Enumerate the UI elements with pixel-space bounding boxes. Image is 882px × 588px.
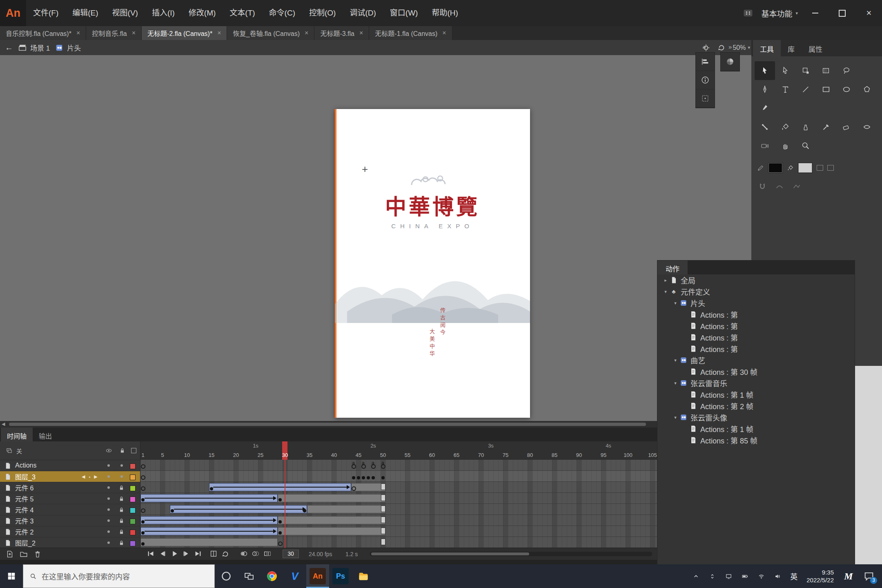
keyframe-dot[interactable]: [278, 531, 282, 535]
info-panel-button[interactable]: [696, 71, 715, 89]
subselection-tool-button[interactable]: [775, 61, 795, 80]
selection-tool-button[interactable]: [755, 61, 775, 80]
span-end-marker[interactable]: [381, 494, 385, 501]
line-tool-button[interactable]: [795, 80, 816, 99]
actions-panel-tab[interactable]: 动作: [657, 261, 688, 274]
center-frame-icon[interactable]: [209, 549, 218, 558]
frame-span[interactable]: [140, 538, 278, 546]
layer-outline-color[interactable]: [130, 474, 136, 480]
paint-bucket-tool-button[interactable]: [775, 118, 795, 136]
expanded-arrow-icon[interactable]: ▾: [671, 415, 679, 420]
timeline-frames-row[interactable]: [140, 504, 657, 515]
tab-close-icon[interactable]: ×: [76, 29, 80, 37]
layer-outline-color[interactable]: [130, 541, 136, 546]
lock-all-icon[interactable]: [119, 447, 126, 454]
cortana-button[interactable]: [215, 564, 238, 588]
smooth-icon[interactable]: [775, 182, 784, 191]
timeline-tab-时间轴[interactable]: 时间轴: [1, 428, 33, 441]
menubar-item[interactable]: 帮助(H): [425, 0, 465, 26]
layer-row[interactable]: 元件 5: [0, 493, 140, 504]
color-panel-button[interactable]: [721, 53, 739, 71]
span-end-marker[interactable]: [381, 483, 385, 490]
tray-expand-button[interactable]: [689, 564, 703, 588]
width-tool-button[interactable]: [857, 118, 877, 136]
layer-outline-color[interactable]: [130, 519, 136, 524]
tray-display[interactable]: [722, 564, 735, 588]
taskbar-app-chrome[interactable]: [261, 564, 283, 588]
layer-lock-dot[interactable]: [120, 475, 123, 478]
layer-depth-icon[interactable]: [6, 447, 13, 454]
tray-battery[interactable]: [738, 564, 752, 588]
task-view-button[interactable]: [238, 564, 261, 588]
go-last-frame-icon[interactable]: [194, 549, 203, 558]
timeline-tab-输出[interactable]: 输出: [33, 428, 58, 441]
empty-keyframe-dot[interactable]: [141, 508, 145, 513]
empty-keyframe-dot[interactable]: [352, 486, 356, 491]
layer-visibility-dot[interactable]: [107, 464, 110, 467]
lasso-tool-button[interactable]: [836, 61, 857, 80]
frame-span[interactable]: [307, 505, 385, 513]
empty-keyframe-dot[interactable]: [278, 541, 283, 546]
text-tool-button[interactable]: [775, 80, 795, 99]
align-panel-button[interactable]: [696, 53, 715, 71]
layer-lock-icon[interactable]: [118, 506, 125, 513]
layer-outline-color[interactable]: [130, 497, 136, 502]
taskbar-search[interactable]: 在这里输入你要搜索的内容: [23, 564, 215, 588]
tray-network[interactable]: [754, 564, 768, 588]
document-tab[interactable]: 控制音乐.fla×: [86, 26, 142, 40]
layer-visibility-dot[interactable]: [107, 497, 110, 500]
gradient-transform-tool-button[interactable]: [816, 61, 836, 80]
frame-span[interactable]: [278, 516, 385, 524]
default-colors-button[interactable]: [817, 165, 823, 171]
tween-span[interactable]: [170, 505, 307, 513]
new-folder-button[interactable]: [19, 549, 29, 559]
actions-tree-item[interactable]: Actions : 第: [657, 320, 855, 332]
actions-tree-item[interactable]: ▾张云雷音乐: [657, 377, 855, 389]
eyedropper-tool-button[interactable]: [816, 118, 836, 136]
layer-row[interactable]: 元件 6: [0, 482, 140, 493]
fill-color-swatch[interactable]: [798, 163, 813, 173]
edit-multiple-frames-icon[interactable]: [263, 549, 272, 558]
dock-tab-库[interactable]: 库: [781, 40, 802, 56]
workspace-selector[interactable]: 基本功能 ▾: [761, 8, 798, 19]
document-tab[interactable]: 恢复_卷轴.fla (Canvas)×: [227, 26, 314, 40]
menubar-item[interactable]: 文本(T): [223, 0, 262, 26]
timeline-frames-row[interactable]: [140, 515, 657, 526]
menubar-item[interactable]: 控制(O): [302, 0, 343, 26]
tween-span[interactable]: [140, 516, 278, 524]
document-tab[interactable]: 无标题-2.fla (Canvas)*×: [142, 26, 227, 40]
step-back-icon[interactable]: [158, 549, 167, 558]
taskbar-clock[interactable]: 9:35 2022/5/22: [803, 568, 837, 584]
dock-tab-工具[interactable]: 工具: [753, 40, 781, 56]
breadcrumb-symbol[interactable]: 片头: [55, 42, 81, 53]
collapse-panel-icon[interactable]: »: [728, 43, 732, 50]
empty-keyframe-dot[interactable]: [141, 464, 145, 469]
play-icon[interactable]: [170, 549, 179, 558]
tab-close-icon[interactable]: ×: [305, 29, 308, 37]
menubar-item[interactable]: 修改(M): [182, 0, 223, 26]
tween-span[interactable]: [140, 527, 278, 535]
pen-tool-button[interactable]: [755, 80, 775, 99]
brush-tool-button[interactable]: [755, 99, 775, 118]
timeline-frames-row[interactable]: [140, 482, 657, 493]
timeline-frames-row[interactable]: [140, 537, 657, 548]
scroll-left-icon[interactable]: ◀: [2, 421, 5, 427]
oval-tool-button[interactable]: [836, 80, 857, 99]
actions-tree-item[interactable]: Actions : 第 1 帧: [657, 389, 855, 400]
frame-span[interactable]: [278, 494, 385, 502]
taskbar-app-voov[interactable]: V: [283, 564, 306, 588]
actions-tree-item[interactable]: Actions : 第: [657, 343, 855, 354]
menubar-item[interactable]: 调试(D): [343, 0, 383, 26]
frames-area[interactable]: aaaa: [140, 460, 657, 548]
document-tab[interactable]: 无标题-3.fla×: [314, 26, 369, 40]
collapsed-arrow-icon[interactable]: ▸: [662, 278, 670, 283]
expanded-arrow-icon[interactable]: ▾: [671, 358, 679, 363]
keyframe-dot[interactable]: [141, 531, 145, 535]
document-tab[interactable]: 无标题-1.fla (Canvas)×: [369, 26, 452, 40]
eraser-tool-button[interactable]: [836, 118, 857, 136]
action-center-button[interactable]: 3: [860, 564, 878, 588]
tray-volume[interactable]: [771, 564, 784, 588]
delete-layer-button[interactable]: [33, 549, 42, 559]
stroke-color-swatch[interactable]: [768, 163, 783, 173]
zoom-tool-button[interactable]: [795, 136, 816, 155]
